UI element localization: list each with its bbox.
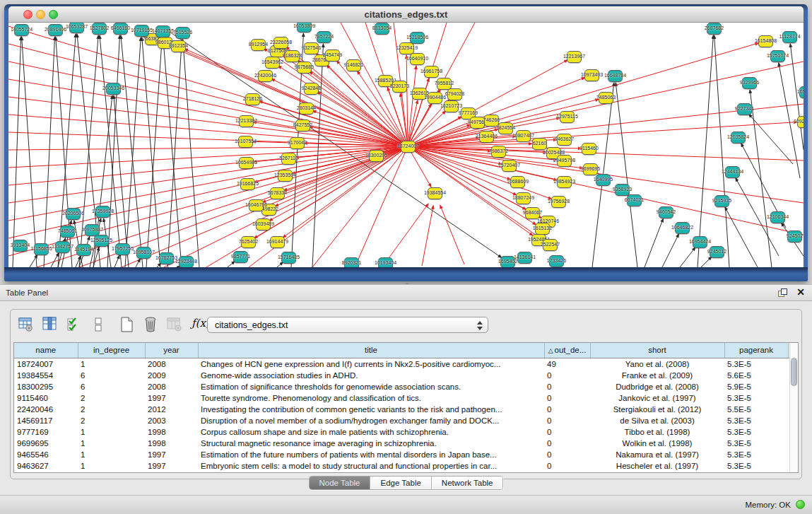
network-node[interactable]: 19756928 (551, 196, 566, 208)
cell-short[interactable]: Stergiakouli et al. (2012) (590, 404, 724, 415)
network-node[interactable]: 8912954 (251, 39, 266, 51)
network-node[interactable]: 1640995 (596, 174, 611, 186)
network-node[interactable]: 15720407 (502, 160, 517, 172)
cell-title[interactable]: Estimation of the future numbers of pati… (198, 449, 544, 460)
network-node[interactable]: 8912354 (171, 40, 186, 52)
cell-short[interactable]: Wolkin et al. (1998) (590, 438, 724, 449)
network-node[interactable]: 10719155 (134, 25, 149, 37)
network-node[interactable]: 9684067 (525, 207, 540, 219)
network-node[interactable]: 13342757 (55, 241, 70, 253)
cell-pagerank[interactable]: 5.3E-5 (724, 449, 788, 460)
cell-pagerank[interactable]: 5.3E-5 (724, 392, 788, 404)
network-node[interactable]: 12353594 (278, 170, 293, 182)
network-node[interactable]: 12975115 (560, 111, 575, 123)
network-node[interactable]: 9245012 (710, 246, 724, 258)
network-node[interactable]: 9215935 (714, 195, 729, 207)
network-node[interactable]: 23226058 (273, 37, 288, 49)
network-node[interactable]: 16046766 (249, 199, 264, 211)
cell-title[interactable]: Changes of HCN gene expression and I(f) … (198, 358, 544, 370)
cell-in_degree[interactable]: 1 (78, 438, 145, 449)
network-node[interactable]: 17359928 (95, 206, 110, 218)
column-header-title[interactable]: title (198, 343, 544, 358)
network-node[interactable]: 14136141 (517, 252, 532, 264)
network-node[interactable]: 10193404 (378, 257, 393, 267)
cell-title[interactable]: Tourette syndrome. Phenomenology and cla… (198, 392, 544, 404)
network-node[interactable]: 9329966 (742, 77, 757, 89)
cell-year[interactable]: 1997 (145, 392, 198, 404)
cell-name[interactable]: 9463627 (14, 460, 78, 472)
network-node[interactable]: 16154808 (758, 35, 773, 47)
network-node[interactable]: 9115460 (582, 143, 596, 155)
cell-out_degree[interactable]: 0 (544, 426, 590, 438)
network-node[interactable]: 8220173 (392, 81, 407, 93)
cell-out_degree[interactable]: 0 (544, 415, 590, 426)
network-node[interactable]: 12444134 (725, 166, 740, 178)
cell-out_degree[interactable]: 0 (544, 460, 590, 472)
network-node[interactable]: 16961758 (424, 66, 439, 78)
network-node[interactable]: 12035824 (731, 132, 746, 144)
network-node[interactable]: 7485061 (60, 226, 75, 238)
cell-out_degree[interactable]: 0 (544, 370, 590, 381)
cell-in_degree[interactable]: 2 (78, 404, 145, 415)
table-settings-button[interactable] (16, 315, 36, 334)
network-node[interactable]: 14055724 (14, 24, 29, 36)
cell-title[interactable]: Embryonic stem cells: a model to study s… (198, 460, 544, 472)
network-node[interactable]: 19166825 (240, 178, 255, 190)
network-node[interactable]: 7625402 (241, 236, 256, 248)
network-node[interactable]: 12213382 (239, 115, 254, 127)
memory-ok-indicator[interactable] (796, 500, 805, 509)
network-node[interactable]: 1695402 (500, 256, 515, 267)
cell-title[interactable]: Genome-wide association studies in ADHD. (198, 370, 544, 381)
network-node[interactable]: 16210723 (444, 100, 459, 112)
network-node[interactable]: 29495798 (557, 155, 572, 167)
float-panel-icon[interactable] (778, 288, 788, 298)
network-node[interactable]: 20891406 (48, 24, 63, 36)
close-panel-icon[interactable]: ✕ (796, 286, 805, 298)
table-row[interactable]: 911546021997Tourette syndrome. Phenomeno… (14, 392, 798, 404)
network-node[interactable]: 5267110 (281, 153, 296, 165)
tab-edge-table[interactable]: Edge Table (370, 477, 431, 489)
network-node[interactable]: 10653287 (69, 23, 84, 33)
cell-out_degree[interactable]: 49 (544, 358, 590, 370)
network-node[interactable]: 2718126 (245, 93, 260, 105)
cell-short[interactable]: Hescheler et al. (1997) (590, 460, 724, 472)
cell-name[interactable]: 9699695 (14, 438, 78, 449)
network-node[interactable]: 10646822 (675, 222, 690, 234)
cell-pagerank[interactable]: 5.3E-5 (724, 415, 788, 426)
cell-in_degree[interactable]: 1 (78, 358, 145, 370)
network-node[interactable]: 22420046 (258, 70, 273, 82)
tab-network-table[interactable]: Network Table (432, 477, 503, 489)
cell-year[interactable]: 2009 (145, 370, 198, 381)
network-node[interactable]: 12213967 (567, 51, 582, 63)
cell-pagerank[interactable]: 5.6E-5 (724, 370, 788, 381)
network-node[interactable]: 6674021 (627, 194, 642, 206)
cell-out_degree[interactable]: 0 (544, 381, 590, 392)
table-row[interactable]: 2242004622012Investigating the contribut… (14, 404, 798, 415)
table-row[interactable]: 1456911722003Disruption of a novel membe… (14, 415, 798, 426)
network-node[interactable]: 16954424 (693, 236, 707, 248)
deselect-rows-button[interactable] (88, 315, 108, 334)
cell-pagerank[interactable]: 5.3E-5 (724, 460, 788, 472)
network-node[interactable]: 11156855 (34, 243, 49, 255)
cell-title[interactable]: Structural magnetic resonance image aver… (198, 438, 544, 449)
network-node[interactable]: 20053346 (106, 83, 121, 95)
column-header-name[interactable]: name (14, 343, 78, 358)
network-node[interactable]: 7515526 (175, 27, 190, 39)
network-node[interactable]: 8454749 (325, 49, 340, 62)
select-column-button[interactable] (40, 315, 60, 334)
cell-name[interactable]: 9465546 (14, 449, 78, 460)
window-titlebar[interactable]: citations_edges.txt (8, 6, 804, 23)
network-node[interactable]: 9460542 (659, 206, 673, 218)
network-node[interactable]: 14671355 (155, 25, 170, 37)
cell-in_degree[interactable]: 2 (78, 392, 145, 404)
network-node[interactable]: 1527802 (92, 23, 107, 35)
network-node[interactable]: 10807487 (516, 130, 531, 142)
cell-name[interactable]: 9115460 (14, 392, 78, 404)
column-header-out_degree[interactable]: △out_de... (544, 343, 590, 358)
select-all-rows-button[interactable] (64, 315, 84, 334)
network-node[interactable]: 9227341 (737, 103, 752, 115)
cell-name[interactable]: 22420046 (14, 404, 78, 415)
network-node[interactable]: 3913404 (13, 240, 28, 252)
table-row[interactable]: 1938455462009Genome-wide association stu… (14, 370, 798, 381)
network-node[interactable]: 17957255 (115, 243, 130, 255)
